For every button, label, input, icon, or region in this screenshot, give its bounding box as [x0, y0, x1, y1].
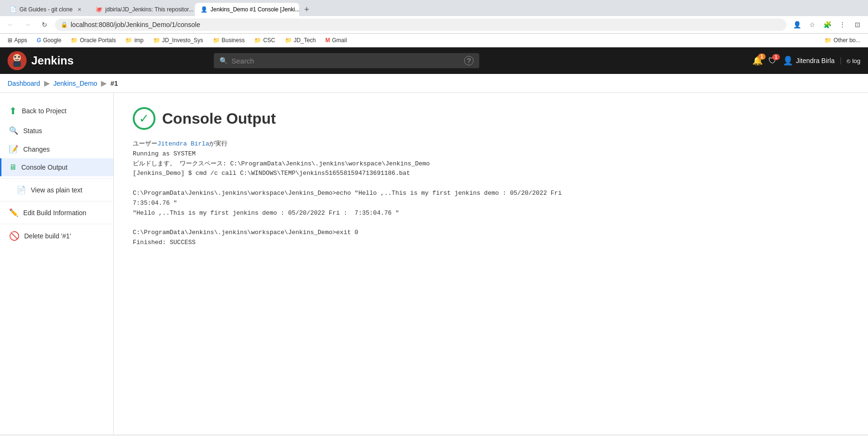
browser-menu-icon[interactable]: ⋮ [836, 18, 849, 31]
bookmark-apps[interactable]: ⊞ Apps [4, 36, 31, 45]
jenkins-app: Jenkins 🔍 ? 🔔 1 🛡 1 👤 Jitendra Birla ⎋ l… [0, 47, 868, 434]
back-button[interactable]: ← [4, 18, 17, 31]
svg-point-4 [18, 56, 20, 58]
bookmark-csc[interactable]: 📁 CSC [250, 36, 279, 45]
sidebar-item-status[interactable]: 🔍 Status [0, 121, 113, 140]
bookmark-business[interactable]: 📁 Business [209, 36, 249, 45]
sidebar-label-changes: Changes [23, 145, 50, 153]
reload-button[interactable]: ↻ [38, 18, 51, 31]
notifications-badge: 1 [758, 54, 766, 60]
tab-label-git: Git Guides - git clone [19, 6, 73, 13]
tab-bar: 📄 Git Guides - git clone ✕ 🐙 jdbirla/JD_… [0, 0, 868, 16]
notepad-icon: 📝 [9, 145, 18, 154]
breadcrumb-sep-2: ▶ [101, 79, 107, 88]
success-icon: ✓ [133, 107, 155, 130]
tab-favicon-jdbirla: 🐙 [95, 6, 102, 13]
logout-button[interactable]: ⎋ log [841, 57, 860, 64]
tab-favicon-git: 📄 [9, 6, 17, 13]
sidebar-label-console: Console Output [21, 164, 67, 171]
logout-label: log [852, 57, 860, 64]
breadcrumb: Dashboard ▶ Jenkins_Demo ▶ #1 [0, 74, 868, 93]
bookmark-imp-label: imp [134, 37, 143, 44]
logout-icon: ⎋ [847, 57, 850, 64]
user-prefix: ユーザー [133, 140, 157, 147]
search-input[interactable] [231, 57, 460, 65]
tab-label-jenkins: Jenkins_Demo #1 Console [Jenki... [210, 6, 299, 13]
search-icon: 🔍 [219, 57, 228, 64]
security-button[interactable]: 🛡 1 [768, 56, 777, 66]
url-bar[interactable]: 🔒 localhost:8080/job/Jenkins_Demo/1/cons… [55, 18, 786, 31]
back-arrow-icon: ⬆ [9, 105, 17, 117]
tab-git-guides[interactable]: 📄 Git Guides - git clone ✕ [4, 3, 89, 16]
star-icon[interactable]: ☆ [805, 18, 819, 31]
bookmark-jdtech[interactable]: 📁 JD_Tech [281, 36, 320, 45]
tab-close-git[interactable]: ✕ [75, 6, 83, 13]
console-line: Running as SYSTEM [133, 149, 849, 159]
security-badge: 1 [772, 54, 780, 60]
user-link[interactable]: Jitendra Birla [157, 140, 209, 147]
username-label: Jitendra Birla [796, 57, 835, 64]
page-heading: ✓ Console Output [133, 107, 849, 130]
sidebar-divider-2 [0, 201, 113, 201]
sidebar-item-console-output[interactable]: 🖥 Console Output [0, 158, 113, 176]
lock-icon: 🔒 [61, 21, 68, 28]
breadcrumb-jenkins-demo[interactable]: Jenkins_Demo [54, 80, 98, 87]
sidebar-item-edit-build[interactable]: ✏️ Edit Build Information [0, 203, 113, 222]
window-controls[interactable]: ⊡ [851, 18, 864, 31]
sidebar-divider-1 [0, 178, 113, 179]
tab-favicon-jenkins: 👤 [201, 6, 208, 13]
forward-button[interactable]: → [21, 18, 34, 31]
bookmark-apps-label: Apps [14, 37, 27, 44]
user-suffix: が実行 [209, 140, 228, 147]
tab-label-jdbirla: jdbirla/JD_Jenkins: This repositor... [105, 6, 193, 13]
user-menu[interactable]: 👤 Jitendra Birla [783, 55, 835, 66]
console-line: 7:35:04.76 " [133, 199, 849, 209]
sidebar-item-view-plain-text[interactable]: 📄 View as plain text [0, 181, 113, 199]
console-line [133, 218, 849, 228]
folder-icon-csc: 📁 [254, 37, 261, 44]
bookmark-jdinvesto[interactable]: 📁 JD_Investo_Sys [149, 36, 207, 45]
jenkins-title: Jenkins [31, 54, 73, 67]
console-line: Finished: SUCCESS [133, 238, 849, 248]
bookmark-google-label: Google [43, 37, 62, 44]
sidebar-item-delete-build[interactable]: 🚫 Delete build '#1' [0, 226, 113, 246]
search-help-icon[interactable]: ? [464, 56, 474, 65]
bookmark-csc-label: CSC [263, 37, 275, 44]
gmail-icon: M [325, 37, 330, 44]
no-entry-icon: 🚫 [9, 231, 19, 241]
sidebar-label-plain-text: View as plain text [31, 186, 82, 194]
bookmark-oracle[interactable]: 📁 Oracle Portals [67, 36, 119, 45]
profile-icon[interactable]: 👤 [790, 18, 804, 31]
tab-jenkins-console[interactable]: 👤 Jenkins_Demo #1 Console [Jenki... ✕ [195, 3, 299, 16]
bookmark-other[interactable]: 📁 Other bo... [821, 36, 864, 45]
console-line: ビルドします。 ワークスペース: C:\ProgramData\Jenkins\… [133, 159, 849, 169]
document-icon: 📄 [17, 185, 26, 194]
breadcrumb-sep-1: ▶ [44, 79, 50, 88]
pencil-icon: ✏️ [9, 208, 18, 217]
bookmark-google[interactable]: G Google [33, 36, 65, 45]
magnifier-icon: 🔍 [9, 126, 18, 135]
sidebar-item-back-to-project[interactable]: ⬆ Back to Project [0, 100, 113, 121]
sidebar-label-delete: Delete build '#1' [24, 232, 71, 240]
console-line: C:\ProgramData\Jenkins\.jenkins\workspac… [133, 228, 849, 238]
bookmark-gmail[interactable]: M Gmail [321, 36, 350, 45]
console-lines: Running as SYSTEMビルドします。 ワークスペース: C:\Pro… [133, 149, 849, 248]
sidebar-divider-3 [0, 224, 113, 224]
bookmark-imp[interactable]: 📁 imp [121, 36, 147, 45]
extensions-icon[interactable]: 🧩 [821, 18, 834, 31]
sidebar-item-changes[interactable]: 📝 Changes [0, 140, 113, 158]
svg-point-1 [13, 54, 21, 62]
new-tab-button[interactable]: + [300, 3, 313, 16]
bookmark-business-label: Business [222, 37, 245, 44]
breadcrumb-dashboard[interactable]: Dashboard [8, 80, 40, 87]
notifications-button[interactable]: 🔔 1 [752, 55, 763, 66]
sidebar-label-status: Status [23, 127, 42, 135]
console-output-body: ユーザーJitendra Birlaが実行 Running as SYSTEMビ… [133, 139, 849, 248]
console-line: "Hello ,..This is my first jenkins demo … [133, 209, 849, 218]
jenkins-search[interactable]: 🔍 ? [214, 53, 479, 68]
tab-jdbirla[interactable]: 🐙 jdbirla/JD_Jenkins: This repositor... … [90, 3, 194, 16]
page-title: Console Output [162, 110, 276, 127]
bookmarks-bar: ⊞ Apps G Google 📁 Oracle Portals 📁 imp 📁… [0, 34, 868, 47]
console-line: C:\ProgramData\Jenkins\.jenkins\workspac… [133, 189, 849, 199]
jenkins-logo[interactable]: Jenkins [8, 51, 73, 70]
